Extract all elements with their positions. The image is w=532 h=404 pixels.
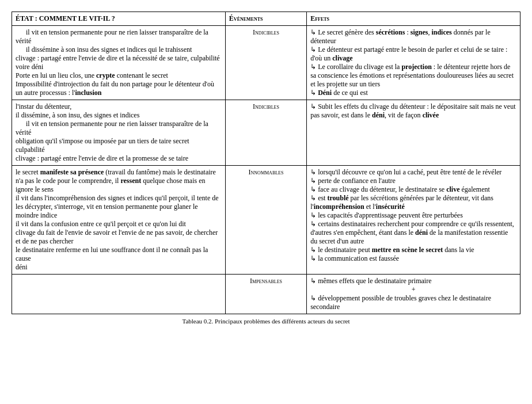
header-evenements: Évènements: [225, 12, 306, 26]
etat-cell-1: l'instar du détenteur,il dissémine, à so…: [12, 100, 226, 166]
etat-line: il dissémine à son insu des signes et in…: [16, 45, 222, 54]
etat-cell-0: il vit en tension permanente pour ne rie…: [12, 26, 226, 100]
etat-line: il dissémine, à son insu, des signes et …: [16, 111, 222, 120]
effets-cell-3: ↳ mêmes effets que le destinataire prima…: [307, 275, 520, 314]
etat-line: culpabilité: [16, 146, 222, 154]
etat-line: clivage : partagé entre l'envie de dire …: [16, 54, 222, 71]
effets-line: +: [310, 285, 516, 294]
evenements-cell-0: Indicibles: [225, 26, 306, 100]
etat-line: il vit en tension permanente pour ne rie…: [16, 28, 222, 45]
effets-cell-0: ↳ Le secret génère des sécrétions : sign…: [307, 26, 520, 100]
etat-cell-2: le secret manifeste sa présence (travail…: [12, 166, 226, 275]
effets-line: ↳ lorsqu'il découvre ce qu'on lui a cach…: [310, 168, 516, 177]
header-effets: Effets: [307, 12, 520, 26]
etat-cell-3: [12, 275, 226, 314]
effets-line: ↳ certains destinataires recherchent pou…: [310, 220, 516, 246]
effets-cell-2: ↳ lorsqu'il découvre ce qu'on lui a cach…: [307, 166, 520, 275]
etat-line: le secret manifeste sa présence (travail…: [16, 168, 222, 194]
effets-line: ↳ Le corollaire du clivage est la projec…: [310, 63, 516, 89]
effets-line: ↳ Déni de ce qui est: [310, 89, 516, 97]
etat-line: le destinataire renferme en lui une souf…: [16, 246, 222, 263]
header-etat: ÉTAT : COMMENT LE VIT-IL ?: [12, 12, 226, 26]
effets-line: ↳ perte de confiance en l'autre: [310, 177, 516, 185]
effets-line: ↳ les capacités d'apprentissage peuvent …: [310, 211, 516, 220]
etat-line: il vit dans la confusion entre ce qu'il …: [16, 220, 222, 228]
effets-line: ↳ développement possible de troubles gra…: [310, 294, 516, 311]
etat-line: obligation qu'il s'impose ou imposée par…: [16, 137, 222, 146]
etat-line: l'instar du détenteur,: [16, 102, 222, 111]
effets-line: ↳ face au clivage du détenteur, le desti…: [310, 185, 516, 194]
etat-line: il vit dans l'incompréhension des signes…: [16, 194, 222, 220]
table-caption: Tableau 0.2. Principaux problèmes des di…: [12, 318, 520, 325]
effets-cell-1: ↳ Subit les effets du clivage du détente…: [307, 100, 520, 166]
main-table: ÉTAT : COMMENT LE VIT-IL ? Évènements Ef…: [12, 12, 520, 314]
etat-line: il vit en tension permanente pour ne rie…: [16, 120, 222, 137]
etat-line: clivage du fait de l'envie de savoir et …: [16, 228, 222, 246]
etat-line: clivage : partagé entre l'envie de dire …: [16, 154, 222, 163]
evenements-cell-3: Impensables: [225, 275, 306, 314]
effets-line: ↳ mêmes effets que le destinataire prima…: [310, 277, 516, 285]
effets-line: ↳ la communication est faussée: [310, 254, 516, 263]
evenements-cell-2: Innommables: [225, 166, 306, 275]
effets-line: ↳ Le secret génère des sécrétions : sign…: [310, 28, 516, 45]
effets-line: ↳ Le détenteur est partagé entre le beso…: [310, 45, 516, 63]
effets-line: ↳ est troublé par les sécrétions générée…: [310, 194, 516, 211]
etat-line: Impossibilité d'introjection du fait du …: [16, 80, 222, 97]
effets-line: ↳ le destinataire peut mettre en scène l…: [310, 246, 516, 254]
evenements-cell-1: Indicibles: [225, 100, 306, 166]
etat-line: déni: [16, 263, 222, 272]
effets-line: ↳ Subit les effets du clivage du détente…: [310, 102, 516, 120]
etat-line: Porte en lui un lieu clos, une crypte co…: [16, 71, 222, 80]
